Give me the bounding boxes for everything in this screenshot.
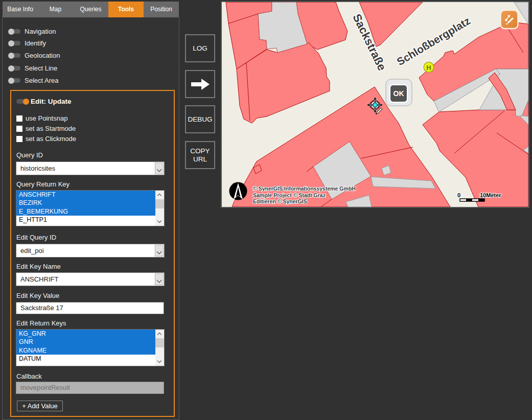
svg-text:Editieren © SynerGIS: Editieren © SynerGIS	[253, 198, 307, 204]
svg-text:10Meter: 10Meter	[480, 192, 501, 198]
svg-text:Sample Project © Stadt Graz: Sample Project © Stadt Graz	[253, 192, 326, 198]
svg-text:H: H	[426, 64, 431, 72]
svg-text:0: 0	[457, 192, 460, 198]
svg-text:© SynerGIS Informationssysteme: © SynerGIS Informationssysteme GmbH	[253, 185, 356, 192]
svg-text:OK: OK	[394, 89, 404, 98]
